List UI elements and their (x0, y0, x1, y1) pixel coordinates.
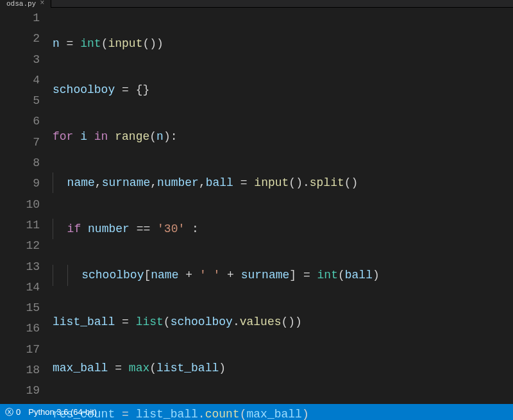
code-line[interactable]: res_count = list_ball.count(max_ball) (53, 404, 513, 420)
line-number: 3 (1, 49, 40, 70)
line-number: 12 (1, 235, 40, 256)
line-number: 1 (1, 8, 40, 28)
status-python[interactable]: Python 3.6 (64-bit) (28, 407, 97, 417)
line-number: 13 (1, 256, 40, 277)
line-number: 7 (1, 132, 40, 153)
line-number: 11 (1, 215, 40, 235)
tab-file[interactable]: odsa.py × (0, 0, 51, 8)
code-line[interactable]: name,surname,number,ball = input().split… (53, 172, 513, 193)
line-number: 2 (1, 28, 40, 49)
line-number: 19 (1, 380, 40, 401)
code-line[interactable]: max_ball = max(list_ball) (53, 358, 513, 378)
editor[interactable]: 1 2 3 4 5 6 7 8 9 10 11 12 13 14 15 16 1… (0, 8, 513, 404)
line-number: 15 (1, 298, 40, 318)
code-line[interactable]: for i in range(n): (53, 126, 513, 147)
line-number: 18 (1, 360, 40, 380)
close-icon[interactable]: × (40, 0, 44, 6)
error-icon: ⓧ (5, 407, 13, 418)
code-line[interactable]: if number == '30' : (53, 219, 513, 239)
line-number: 8 (1, 153, 40, 173)
code-line[interactable]: n = int(input()) (53, 33, 513, 54)
line-number: 14 (1, 277, 40, 298)
line-number: 16 (1, 318, 40, 339)
code-line[interactable]: schoolboy = {} (53, 80, 513, 100)
tab-label: odsa.py (6, 0, 36, 8)
code-area[interactable]: n = int(input()) schoolboy = {} for i in… (53, 8, 513, 404)
code-line[interactable]: list_ball = list(schoolboy.values()) (53, 312, 513, 332)
line-number: 5 (1, 90, 40, 111)
line-number: 10 (1, 194, 40, 215)
line-number: 6 (1, 111, 40, 131)
line-number: 4 (1, 70, 40, 90)
line-number: 17 (1, 339, 40, 360)
line-number-gutter: 1 2 3 4 5 6 7 8 9 10 11 12 13 14 15 16 1… (1, 8, 53, 404)
status-errors[interactable]: ⓧ 0 (5, 407, 21, 418)
tab-bar: odsa.py × (0, 0, 513, 8)
code-line[interactable]: schoolboy[name + ' ' + surname] = int(ba… (53, 265, 513, 285)
line-number: 9 (1, 173, 40, 194)
